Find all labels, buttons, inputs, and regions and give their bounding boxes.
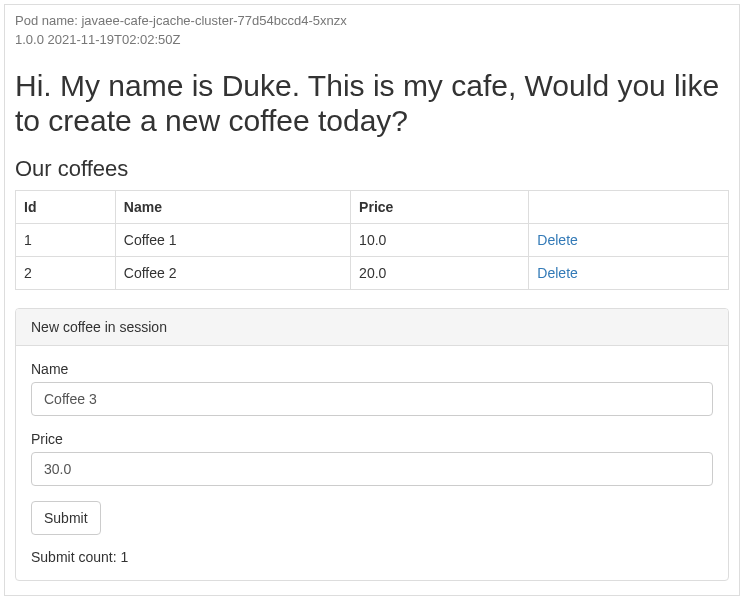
- panel-title: New coffee in session: [16, 309, 728, 346]
- table-row: 2 Coffee 2 20.0 Delete: [16, 257, 729, 290]
- col-header-id: Id: [16, 191, 116, 224]
- cell-name: Coffee 1: [115, 224, 350, 257]
- coffees-table: Id Name Price 1 Coffee 1 10.0 Delete 2 C…: [15, 190, 729, 290]
- new-coffee-panel: New coffee in session Name Price Submit …: [15, 308, 729, 581]
- submit-count-text: Submit count: 1: [31, 549, 713, 565]
- version-text: 1.0.0 2021-11-19T02:02:50Z: [15, 32, 729, 47]
- pod-name-text: Pod name: javaee-cafe-jcache-cluster-77d…: [15, 13, 729, 28]
- price-input[interactable]: [31, 452, 713, 486]
- submit-button[interactable]: Submit: [31, 501, 101, 535]
- cell-name: Coffee 2: [115, 257, 350, 290]
- table-row: 1 Coffee 1 10.0 Delete: [16, 224, 729, 257]
- cell-price: 10.0: [351, 224, 529, 257]
- page-title: Hi. My name is Duke. This is my cafe, Wo…: [15, 69, 729, 138]
- cell-price: 20.0: [351, 257, 529, 290]
- name-label: Name: [31, 361, 713, 377]
- app-container: Pod name: javaee-cafe-jcache-cluster-77d…: [4, 4, 740, 596]
- cell-id: 1: [16, 224, 116, 257]
- delete-link[interactable]: Delete: [537, 232, 577, 248]
- price-label: Price: [31, 431, 713, 447]
- cell-id: 2: [16, 257, 116, 290]
- coffees-heading: Our coffees: [15, 156, 729, 182]
- delete-link[interactable]: Delete: [537, 265, 577, 281]
- col-header-name: Name: [115, 191, 350, 224]
- col-header-action: [529, 191, 729, 224]
- panel-body: Name Price Submit Submit count: 1: [16, 346, 728, 580]
- name-input[interactable]: [31, 382, 713, 416]
- col-header-price: Price: [351, 191, 529, 224]
